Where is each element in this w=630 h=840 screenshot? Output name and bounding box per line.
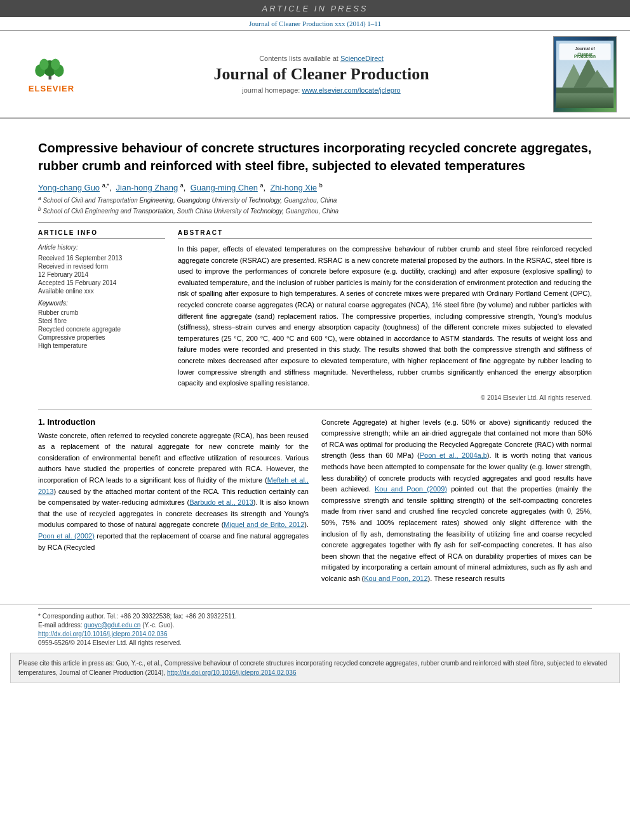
intro-col-right: Concrete Aggregate) at higher levels (e.… — [321, 417, 592, 585]
homepage-url[interactable]: www.elsevier.com/locate/jclepro — [302, 86, 400, 94]
banner-text: ARTICLE IN PRESS — [262, 4, 368, 13]
journal-link[interactable]: Journal of Cleaner Production xxx (2014)… — [249, 20, 381, 27]
intro-col-left: 1. Introduction Waste concrete, often re… — [38, 417, 309, 585]
author-guo[interactable]: Yong-chang Guo — [38, 183, 100, 192]
keyword-4: Compressive properties — [38, 334, 165, 341]
article-info-column: ARTICLE INFO Article history: Received 1… — [38, 229, 165, 401]
ref-miguel[interactable]: Miguel and de Brito, 2012 — [224, 521, 304, 528]
affiliations: a School of Civil and Transportation Eng… — [38, 195, 592, 215]
article-history-label: Article history: — [38, 244, 165, 251]
article-in-press-banner: ARTICLE IN PRESS — [0, 0, 630, 17]
keyword-3: Recycled concrete aggregate — [38, 326, 165, 333]
journal-info-center: Contents lists available at ScienceDirec… — [99, 55, 544, 94]
email-link[interactable]: guoyc@gdut.edu.cn — [84, 622, 140, 629]
contents-available-line: Contents lists available at ScienceDirec… — [99, 55, 544, 62]
svg-point-4 — [39, 58, 48, 70]
corresponding-author-note: * Corresponding author. Tel.: +86 20 393… — [38, 613, 592, 620]
introduction-section: 1. Introduction Waste concrete, often re… — [38, 417, 592, 585]
article-title: Compressive behaviour of concrete struct… — [38, 139, 592, 175]
svg-rect-11 — [556, 93, 613, 108]
affiliation-a: a School of Civil and Transportation Eng… — [38, 195, 592, 204]
doi-link-line: http://dx.doi.org/10.1016/j.jclepro.2014… — [38, 630, 592, 637]
homepage-prefix: journal homepage: — [242, 86, 302, 94]
abstract-column: ABSTRACT In this paper, effects of eleva… — [178, 229, 592, 401]
article-info-abstract-section: ARTICLE INFO Article history: Received 1… — [38, 222, 592, 401]
ref-poon2004[interactable]: Poon et al., 2004a,b — [420, 451, 487, 459]
elsevier-logo-area: ELSEVIER — [10, 56, 93, 93]
keyword-5: High temperature — [38, 342, 165, 349]
section-divider — [38, 409, 592, 410]
citation-text: Please cite this article in press as: Gu… — [18, 660, 607, 676]
keyword-2: Steel fibre — [38, 317, 165, 324]
doi-link[interactable]: http://dx.doi.org/10.1016/j.jclepro.2014… — [38, 630, 167, 637]
svg-text:Journal of: Journal of — [575, 46, 595, 51]
intro-text-right: Concrete Aggregate) at higher levels (e.… — [321, 417, 592, 585]
author-zhang[interactable]: Jian-hong Zhang — [116, 183, 178, 192]
ref-barbudo[interactable]: Barbudo et al., 2013 — [189, 498, 253, 506]
svg-point-5 — [51, 58, 60, 70]
intro-text-left: Waste concrete, often referred to recycl… — [38, 430, 309, 554]
accepted-date: Accepted 15 February 2014 — [38, 279, 165, 286]
revised-date: 12 February 2014 — [38, 271, 165, 278]
main-content: Compressive behaviour of concrete struct… — [0, 119, 630, 595]
ref-kou2009[interactable]: Kou and Poon (2009) — [375, 485, 447, 493]
journal-title: Journal of Cleaner Production — [99, 65, 544, 84]
keywords-label: Keywords: — [38, 300, 165, 307]
abstract-text: In this paper, effects of elevated tempe… — [178, 244, 592, 389]
citation-bar: Please cite this article in press as: Gu… — [10, 653, 620, 683]
citation-doi-link[interactable]: http://dx.doi.org/10.1016/j.jclepro.2014… — [167, 669, 296, 676]
ref-mefteh[interactable]: Mefteh et al., 2013 — [38, 476, 309, 495]
journal-cover-area: Journal of Cleaner Production — [550, 36, 620, 112]
ref-poon2002[interactable]: Poon et al. (2002) — [38, 532, 95, 540]
svg-text:Production: Production — [574, 54, 596, 58]
copyright-line: © 2014 Elsevier Ltd. All rights reserved… — [178, 394, 592, 401]
received-date: Received 16 September 2013 — [38, 255, 165, 262]
ref-kou2012[interactable]: Kou and Poon, 2012 — [364, 575, 427, 582]
elsevier-wordmark: ELSEVIER — [29, 84, 74, 93]
journal-link-bar: Journal of Cleaner Production xxx (2014)… — [0, 17, 630, 30]
contents-prefix: Contents lists available at — [259, 55, 340, 62]
journal-homepage-line: journal homepage: www.elsevier.com/locat… — [99, 86, 544, 94]
available-online: Available online xxx — [38, 288, 165, 295]
journal-header: ELSEVIER Contents lists available at Sci… — [0, 30, 630, 119]
sciencedirect-link[interactable]: ScienceDirect — [340, 55, 384, 62]
article-info-heading: ARTICLE INFO — [38, 229, 165, 239]
author-chen[interactable]: Guang-ming Chen — [191, 183, 258, 192]
footnote-area: * Corresponding author. Tel.: +86 20 393… — [0, 604, 630, 646]
journal-cover-image: Journal of Cleaner Production — [553, 36, 617, 112]
footnote-divider — [38, 608, 592, 609]
author-xie[interactable]: Zhi-hong Xie — [270, 183, 317, 192]
revised-label: Received in revised form — [38, 263, 165, 270]
affiliation-b: b School of Civil Engineering and Transp… — [38, 206, 592, 215]
issn-line: 0959-6526/© 2014 Elsevier Ltd. All right… — [38, 639, 592, 646]
email-note: E-mail address: guoyc@gdut.edu.cn (Y.-c.… — [38, 622, 592, 629]
authors-line: Yong-chang Guo a,*, Jian-hong Zhang a, G… — [38, 182, 592, 192]
keyword-1: Rubber crumb — [38, 309, 165, 316]
intro-title: 1. Introduction — [38, 417, 309, 427]
cover-illustration: Journal of Cleaner Production — [554, 41, 616, 108]
abstract-heading: ABSTRACT — [178, 229, 592, 239]
elsevier-tree-icon — [17, 56, 86, 81]
